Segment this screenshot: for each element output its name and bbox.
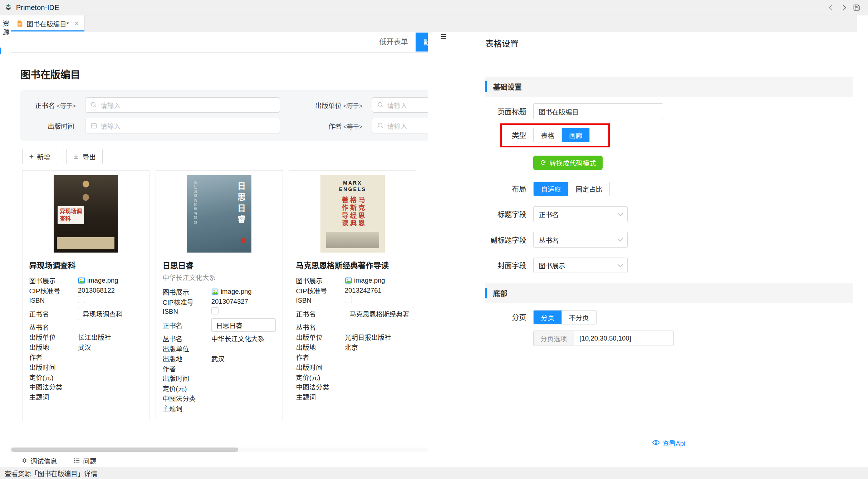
isbn-checkbox[interactable]: [78, 296, 85, 303]
search-input[interactable]: 请输入: [85, 97, 280, 113]
field-label: ISBN: [162, 308, 211, 316]
image-attachment-icon: [78, 277, 85, 284]
page-title: 图书在版编目: [20, 67, 428, 81]
debug-info-button[interactable]: 调试信息: [21, 456, 57, 465]
book-fields: 图书展示 image.png CIP核准号 2013242761 ISBN 正书…: [296, 275, 409, 402]
book-cover-image: 异现场调查科: [54, 175, 118, 253]
pagination-option-paged[interactable]: 分页: [534, 311, 561, 324]
field-label: 出版时间: [162, 373, 211, 383]
page-title-input[interactable]: 图书在版编目: [533, 103, 663, 119]
book-card[interactable]: 异现场调查科 异现场调查科 图书展示 image.png CIP核准号 2013…: [22, 170, 149, 421]
preview-page: 图书在版编目 正书名<等于> 请输入 出版单位<等于> 请输入 出版时间 请输入…: [11, 53, 428, 421]
app-window: Primeton-IDE 资源 图书在版编目* ×: [0, 0, 868, 479]
field-value[interactable]: image.png: [78, 277, 143, 284]
field-value: 武汉: [78, 342, 143, 352]
inline-title-input[interactable]: 马克思恩格斯经典著: [345, 307, 414, 320]
field-value[interactable]: image.png: [345, 277, 410, 284]
field-label: 丛书名: [296, 322, 344, 332]
menu-icon[interactable]: [440, 34, 447, 39]
title-bar: Primeton-IDE: [0, 0, 868, 15]
field-label: 定价(元): [296, 372, 344, 382]
layout-option-adaptive[interactable]: 自适应: [534, 182, 568, 196]
orange-file-icon: [16, 20, 23, 27]
close-icon[interactable]: ×: [74, 20, 79, 28]
add-button[interactable]: + 新增: [22, 149, 57, 164]
field-label: 出版时间: [29, 362, 78, 372]
isbn-checkbox[interactable]: [211, 307, 219, 314]
book-fields: 图书展示 image.png CIP核准号 2013074327 ISBN 正书…: [162, 287, 276, 413]
panel-nav: [428, 31, 481, 454]
isbn-checkbox[interactable]: [345, 296, 352, 303]
image-filename: image.png: [354, 277, 385, 284]
type-option-table[interactable]: 表格: [534, 128, 561, 142]
subtitle-field-value: 丛书名: [539, 235, 559, 245]
field-label: 出版单位: [29, 332, 78, 342]
layout-option-fixed[interactable]: 固定占比: [568, 182, 609, 196]
cover-field-select[interactable]: 图书展示: [533, 258, 627, 273]
search-input[interactable]: 请输入: [85, 118, 280, 133]
search-input[interactable]: 请输入: [372, 97, 428, 113]
field-row: 图书展示 image.png: [162, 287, 276, 297]
export-button[interactable]: 导出: [66, 149, 103, 164]
type-option-gallery[interactable]: 画廊: [561, 128, 589, 142]
page-size-options-value: [10,20,30,50,100]: [574, 331, 674, 346]
field-label: 出版时间: [296, 362, 344, 372]
field-row: 丛书名 中华长江文化大系: [162, 333, 276, 343]
panel-nav-item[interactable]: [428, 104, 481, 126]
inline-title-input[interactable]: 日思日睿: [211, 318, 276, 332]
view-api-link[interactable]: 查看Api: [481, 438, 857, 448]
subtitle-field-select[interactable]: 丛书名: [533, 232, 627, 247]
field-label: 出版单位: [162, 343, 211, 353]
field-label: 主题词: [162, 403, 211, 413]
cover-field-row: 封面字段 图书展示: [485, 258, 857, 273]
cover-field-value: 图书展示: [539, 260, 565, 270]
search-field-label: 作者<等于>: [289, 121, 362, 131]
title-field-select[interactable]: 正书名: [533, 206, 627, 222]
view-tab-default-form[interactable]: 默认表单: [416, 33, 428, 52]
field-row: 作者: [162, 363, 276, 373]
tab-book-cip[interactable]: 图书在版编目* ×: [11, 15, 85, 31]
panel-nav-item[interactable]: [428, 126, 481, 147]
field-value: [211, 307, 276, 316]
inline-title-input[interactable]: 异现场调查科: [78, 307, 143, 320]
subtitle-field-row: 副标题字段 丛书名: [485, 232, 857, 247]
page-size-options-input[interactable]: 分页选项 [10,20,30,50,100]: [533, 331, 674, 346]
field-label: 定价(元): [29, 372, 78, 382]
book-card[interactable]: MARX ENGELS 马克思恩格斯经典著作导读 马克思恩格斯经典著作导读 图书…: [289, 170, 416, 421]
chevron-down-icon: [618, 236, 623, 241]
scrollbar-thumb[interactable]: [11, 448, 238, 452]
history-back-button[interactable]: [830, 4, 834, 11]
list-icon: [74, 457, 80, 464]
left-rail[interactable]: 资源: [0, 15, 11, 466]
pagination-option-unpaged[interactable]: 不分页: [561, 311, 596, 324]
cover-side-text: 长江流域的妙语与智慧: [193, 181, 198, 243]
panel-nav-item[interactable]: [428, 169, 481, 190]
problems-button[interactable]: 问题: [74, 456, 96, 465]
panel-nav-item[interactable]: [428, 147, 481, 169]
book-cover-image: MARX ENGELS 马克思恩格斯经典著作导读: [320, 175, 385, 253]
panel-nav-item[interactable]: [428, 61, 481, 82]
search-input[interactable]: 请输入: [372, 118, 428, 133]
panel-nav-item[interactable]: [428, 39, 481, 61]
view-tab-lowcode-form[interactable]: 低开表单: [379, 31, 408, 53]
tab-label: 图书在版编目*: [26, 19, 69, 28]
chevron-down-icon: [618, 262, 623, 267]
book-card[interactable]: 日思日睿 长江流域的妙语与智慧 日思日睿 中华长江文化大系 图书展示 image…: [156, 170, 283, 421]
field-row: 丛书名: [29, 322, 142, 332]
left-rail-active-indicator: [0, 48, 1, 54]
book-cover-image: 日思日睿 长江流域的妙语与智慧: [187, 175, 251, 253]
type-row: 类型 表格 画廊: [485, 127, 857, 143]
history-forward-button[interactable]: [842, 4, 845, 11]
field-label: ISBN: [29, 297, 78, 304]
field-value[interactable]: image.png: [211, 288, 276, 295]
convert-to-code-button[interactable]: 转换成代码模式: [533, 156, 602, 170]
panel-nav-item[interactable]: [428, 83, 481, 104]
field-label: 正书名: [162, 320, 211, 330]
save-button[interactable]: [853, 4, 860, 11]
download-icon: [73, 153, 79, 160]
field-label: 丛书名: [29, 322, 78, 332]
horizontal-scrollbar[interactable]: [11, 448, 428, 452]
left-rail-label[interactable]: 资源: [0, 20, 10, 467]
book-fields: 图书展示 image.png CIP核准号 2013068122 ISBN 正书…: [29, 275, 142, 402]
layout-row: 布局 自适应 固定占比: [485, 181, 857, 196]
